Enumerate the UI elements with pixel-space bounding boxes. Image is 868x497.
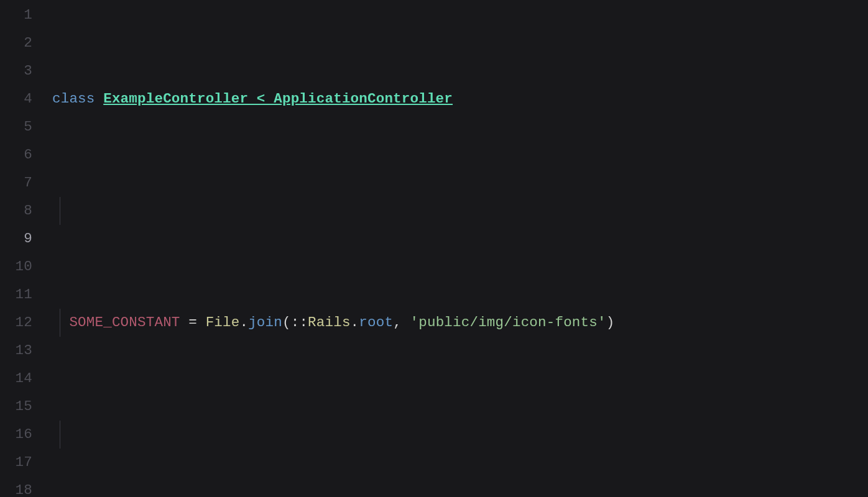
line-number: 16 (0, 421, 32, 449)
code-editor[interactable]: 1 2 3 4 5 6 7 8 9 10 11 12 13 14 15 16 1… (0, 0, 868, 497)
keyword-class: class (52, 91, 95, 107)
code-line[interactable]: SOME_CONSTANT = File.join(::Rails.root, … (44, 309, 868, 337)
line-number: 2 (0, 29, 32, 57)
string-literal: 'public/img/icon-fonts' (410, 314, 606, 331)
constant: SOME_CONSTANT (69, 314, 180, 331)
line-number: 15 (0, 393, 32, 421)
code-area[interactable]: class ExampleController < ApplicationCon… (44, 0, 868, 497)
line-number: 1 (0, 1, 32, 29)
line-number: 18 (0, 476, 32, 497)
code-line[interactable]: class ExampleController < ApplicationCon… (44, 85, 868, 113)
line-number: 8 (0, 197, 32, 225)
line-number: 4 (0, 85, 32, 113)
class-ref: Rails (308, 314, 351, 331)
code-line[interactable] (44, 197, 868, 225)
method-call: root (359, 314, 393, 331)
line-number: 17 (0, 449, 32, 476)
line-gutter: 1 2 3 4 5 6 7 8 9 10 11 12 13 14 15 16 1… (0, 0, 44, 497)
method-call: join (248, 314, 282, 331)
line-number: 9 (0, 225, 32, 253)
class-ref: File (206, 314, 240, 331)
code-line[interactable] (44, 421, 868, 449)
line-number: 6 (0, 141, 32, 169)
line-number: 10 (0, 253, 32, 281)
line-number: 13 (0, 337, 32, 365)
class-declaration: ExampleController < ApplicationControlle… (103, 91, 453, 107)
line-number: 3 (0, 57, 32, 85)
line-number: 11 (0, 281, 32, 309)
line-number: 7 (0, 169, 32, 197)
line-number: 5 (0, 113, 32, 141)
line-number: 14 (0, 365, 32, 393)
line-number: 12 (0, 309, 32, 337)
